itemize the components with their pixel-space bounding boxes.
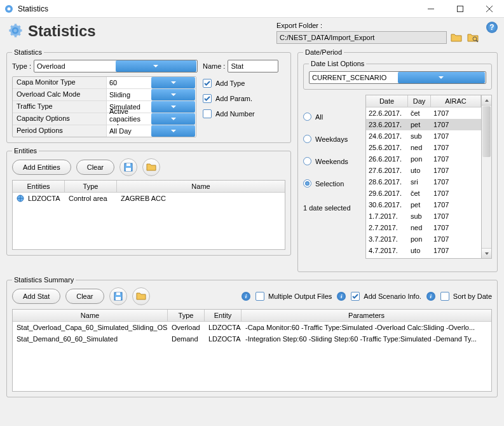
- svg-rect-14: [116, 297, 121, 300]
- sort-date-check[interactable]: Sort by Date: [440, 292, 492, 301]
- option-combo[interactable]: Active capacities only: [107, 113, 196, 125]
- table-row[interactable]: 29.6.2017.čet1707: [366, 188, 481, 199]
- save-entities-button[interactable]: [119, 158, 137, 176]
- summary-col-params[interactable]: Parameters: [242, 310, 491, 321]
- type-combo[interactable]: Overload: [34, 60, 198, 72]
- date-col-day[interactable]: Day: [408, 95, 431, 107]
- minimize-button[interactable]: [416, 0, 446, 18]
- chevron-down-icon: [151, 113, 195, 125]
- add-param-label: Add Param.: [215, 95, 252, 102]
- datelist-fieldset: Date List Options CURRENT_SCENARIO: [303, 60, 492, 90]
- cell-name: ZAGREB ACC: [117, 193, 285, 205]
- export-folder-label: Export Folder :: [276, 22, 480, 29]
- table-row[interactable]: 5.7.2017.sri1707: [366, 256, 481, 259]
- radio-icon: [303, 157, 311, 165]
- table-row[interactable]: 30.6.2017.pet1707: [366, 199, 481, 210]
- info-icon[interactable]: i: [426, 292, 435, 301]
- cell-airac: 1707: [431, 166, 481, 175]
- selected-count: 1 date selected: [303, 204, 360, 212]
- option-combo[interactable]: Sliding: [107, 89, 196, 100]
- dateperiod-legend: Date/Period: [303, 48, 344, 56]
- option-combo[interactable]: All Day: [107, 125, 196, 137]
- entities-legend: Entities: [12, 147, 39, 155]
- add-type-check[interactable]: Add Type: [203, 79, 255, 88]
- date-col-date[interactable]: Date: [366, 95, 408, 107]
- add-param-check[interactable]: Add Param.: [203, 94, 255, 103]
- radio-selection[interactable]: Selection: [303, 179, 360, 188]
- table-row[interactable]: Stat_Demand_60_60_SimulatedDemandLDZOCTA…: [13, 333, 491, 345]
- open-stats-button[interactable]: [132, 287, 150, 305]
- summary-table: Name Type Entity Parameters Stat_Overloa…: [12, 309, 492, 392]
- option-row: Period OptionsAll Day: [13, 125, 196, 137]
- table-row[interactable]: 24.6.2017.sub1707: [366, 130, 481, 142]
- summary-col-name[interactable]: Name: [13, 310, 168, 321]
- checkbox-icon: [203, 79, 212, 88]
- table-row[interactable]: 3.7.2017.pon1707: [366, 233, 481, 245]
- search-folder-button[interactable]: [466, 31, 480, 45]
- cell-airac: 1707: [431, 258, 481, 259]
- multi-output-check[interactable]: Multiple Output Files: [255, 292, 332, 301]
- date-scrollbar[interactable]: [482, 95, 492, 259]
- cell-date: 24.6.2017.: [366, 132, 408, 141]
- date-col-airac[interactable]: AIRAC: [431, 95, 481, 107]
- entities-col-name[interactable]: Name: [117, 181, 285, 192]
- cell-date: 3.7.2017.: [366, 235, 408, 244]
- cell-airac: 1707: [431, 109, 481, 118]
- table-row[interactable]: 26.6.2017.pon1707: [366, 153, 481, 165]
- cell-airac: 1707: [431, 120, 481, 129]
- add-stat-button[interactable]: Add Stat: [12, 289, 60, 304]
- radio-weekdays[interactable]: Weekdays: [303, 135, 360, 143]
- help-icon[interactable]: ?: [486, 22, 498, 33]
- close-button[interactable]: [475, 0, 504, 18]
- scenario-info-check[interactable]: Add Scenario Info.: [351, 292, 421, 301]
- table-row[interactable]: 25.6.2017.ned1707: [366, 142, 481, 153]
- maximize-button[interactable]: [446, 0, 475, 18]
- open-entities-button[interactable]: [142, 158, 160, 176]
- statistics-legend: Statistics: [12, 48, 44, 56]
- clear-entities-button[interactable]: Clear: [76, 160, 114, 175]
- info-icon[interactable]: i: [337, 292, 346, 301]
- table-row[interactable]: LDZOCTAControl areaZAGREB ACC: [13, 193, 285, 205]
- cell-date: 22.6.2017.: [366, 109, 408, 118]
- svg-point-1: [8, 7, 11, 10]
- export-folder-input[interactable]: [276, 31, 447, 44]
- entities-col-entities[interactable]: Entities: [13, 181, 65, 192]
- entities-fieldset: Entities Add Entities Clear Entities Typ…: [6, 147, 291, 256]
- radio-all[interactable]: All: [303, 113, 360, 121]
- entities-col-type[interactable]: Type: [65, 181, 117, 192]
- option-row: Capa Monitor Type60: [13, 77, 196, 89]
- name-label: Name :: [203, 62, 225, 70]
- cell-day: sub: [408, 132, 431, 141]
- table-row[interactable]: 2.7.2017.ned1707: [366, 222, 481, 233]
- table-row[interactable]: 28.6.2017.sri1707: [366, 176, 481, 188]
- cell-day: pet: [408, 200, 431, 209]
- option-key: Overload Calc Mode: [13, 89, 107, 100]
- browse-folder-button[interactable]: [449, 31, 463, 45]
- add-number-check[interactable]: Add Number: [203, 109, 255, 118]
- type-label: Type :: [12, 62, 31, 70]
- name-input[interactable]: [228, 60, 278, 72]
- cell-date: 5.7.2017.: [366, 258, 408, 259]
- clear-stats-button[interactable]: Clear: [65, 289, 104, 304]
- scroll-down-icon[interactable]: [482, 248, 491, 258]
- datelist-combo[interactable]: CURRENT_SCENARIO: [309, 71, 486, 84]
- radio-weekends[interactable]: Weekends: [303, 157, 360, 165]
- table-row[interactable]: 23.6.2017.pet1707: [366, 119, 481, 130]
- info-icon[interactable]: i: [242, 292, 250, 301]
- table-row[interactable]: 1.7.2017.sub1707: [366, 210, 481, 222]
- scroll-up-icon[interactable]: [482, 95, 491, 106]
- option-combo[interactable]: 60: [107, 77, 196, 88]
- cell-date: 28.6.2017.: [366, 177, 408, 186]
- add-entities-button[interactable]: Add Entities: [12, 160, 71, 175]
- table-row[interactable]: Stat_Overload_Capa_60_Simulated_Sliding_…: [13, 322, 491, 333]
- cell-name: Stat_Overload_Capa_60_Simulated_Sliding_…: [13, 322, 168, 333]
- summary-col-entity[interactable]: Entity: [205, 310, 242, 321]
- table-row[interactable]: 22.6.2017.čet1707: [366, 107, 481, 119]
- table-row[interactable]: 4.7.2017.uto1707: [366, 245, 481, 256]
- summary-col-type[interactable]: Type: [168, 310, 205, 321]
- cell-day: pon: [408, 235, 431, 244]
- scroll-thumb[interactable]: [482, 106, 491, 157]
- cell-params: -Integration Step:60 -Sliding Step:60 -T…: [242, 333, 491, 345]
- table-row[interactable]: 27.6.2017.uto1707: [366, 165, 481, 176]
- save-stats-button[interactable]: [109, 287, 127, 305]
